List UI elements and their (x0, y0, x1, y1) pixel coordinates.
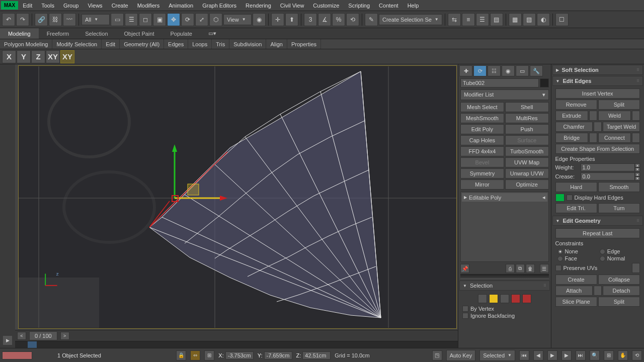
constraint-face-radio[interactable] (557, 256, 563, 261)
ffd-button[interactable]: FFD 4x4x4 (460, 146, 504, 156)
weight-input[interactable] (581, 163, 635, 171)
zoom-all-button[interactable]: ⊞ (604, 350, 614, 360)
time-slider-next-button[interactable]: > (60, 332, 69, 340)
ribbon-tab-modeling[interactable]: Modeling (0, 28, 39, 39)
modify-tab-icon[interactable]: ⟳ (473, 65, 487, 76)
multires-button[interactable]: MultiRes (505, 113, 549, 123)
key-filters-combo[interactable]: Selected▼ (479, 350, 515, 361)
named-selection-combo[interactable]: Create Selection Se▼ (379, 14, 442, 25)
make-unique-button[interactable]: ⧉ (516, 264, 525, 273)
attach-button[interactable]: Attach (555, 286, 593, 296)
connect-settings-button[interactable] (632, 133, 640, 143)
configure-sets-button[interactable]: ☰ (540, 264, 549, 273)
hard-button[interactable]: Hard (555, 182, 597, 192)
split-geom-button[interactable]: Split (598, 297, 640, 307)
link-button[interactable]: 🔗 (35, 13, 48, 26)
create-shape-button[interactable]: Create Shape From Selection (555, 144, 640, 154)
next-frame-button[interactable]: ▶ (561, 350, 572, 360)
zoom-button[interactable]: 🔍 (590, 350, 600, 360)
constrain-xy-button[interactable]: XY (46, 50, 60, 63)
element-level-icon[interactable] (522, 294, 531, 303)
symmetry-button[interactable]: Symmetry (460, 168, 504, 178)
script-listener-area[interactable] (2, 351, 32, 359)
insert-vertex-button[interactable]: Insert Vertex (555, 88, 640, 99)
weld-button[interactable]: Weld (598, 111, 631, 121)
shell-button[interactable]: Shell (505, 102, 549, 112)
motion-tab-icon[interactable]: ◉ (502, 65, 515, 76)
constrain-y-button[interactable]: Y (17, 50, 31, 63)
track-bar[interactable] (15, 341, 458, 348)
ribbon-panel-edges[interactable]: Edges (164, 39, 188, 49)
spinner-down-icon[interactable]: ▼ (635, 167, 640, 171)
menu-rendering[interactable]: Rendering (241, 1, 276, 11)
menu-content[interactable]: Content (374, 1, 403, 11)
absolute-transform-button[interactable]: ⇔ (190, 350, 200, 360)
goto-start-button[interactable]: ⏮ (519, 350, 529, 360)
undo-button[interactable]: ↶ (2, 13, 15, 26)
menu-animation[interactable]: Animation (164, 1, 198, 11)
menu-modifiers[interactable]: Modifiers (133, 1, 165, 11)
split-button[interactable]: Split (598, 100, 640, 110)
optimize-button[interactable]: Optimize (505, 179, 549, 190)
utilities-tab-icon[interactable]: 🔧 (530, 65, 543, 76)
ribbon-collapse-icon[interactable]: ▭▾ (200, 28, 224, 39)
preserve-uvs-checkbox[interactable] (555, 265, 561, 271)
orbit-button[interactable]: ⟲ (632, 350, 642, 360)
menu-edit[interactable]: Edit (18, 1, 37, 11)
menu-graph-editors[interactable]: Graph Editors (198, 1, 241, 11)
keyboard-shortcut-button[interactable]: ⬆ (285, 13, 298, 26)
redo-button[interactable]: ↷ (16, 13, 29, 26)
mirror-button[interactable]: ⇆ (448, 13, 461, 26)
select-scale-button[interactable]: ⤢ (195, 13, 208, 26)
extrude-button[interactable]: Extrude (555, 111, 588, 121)
modifier-stack[interactable]: ▶Editable Poly◂ (460, 192, 549, 262)
edit-tri-button[interactable]: Edit Tri. (555, 203, 597, 213)
menu-civil-view[interactable]: Civil View (276, 1, 308, 11)
meshsmooth-button[interactable]: MeshSmooth (460, 113, 504, 123)
polygon-level-icon[interactable] (511, 294, 520, 303)
material-editor-button[interactable]: ◐ (537, 13, 550, 26)
crease-input[interactable] (581, 172, 635, 180)
prev-frame-button[interactable]: ◀ (533, 350, 543, 360)
ribbon-panel-loops[interactable]: Loops (188, 39, 212, 49)
hierarchy-tab-icon[interactable]: ☷ (488, 65, 501, 76)
object-color-swatch[interactable] (540, 78, 549, 87)
constraint-none-radio[interactable] (557, 249, 563, 254)
ribbon-panel-geometry-all[interactable]: Geometry (All) (120, 39, 164, 49)
turn-button[interactable]: Turn (598, 203, 640, 213)
chamfer-button[interactable]: Chamfer (555, 122, 593, 132)
connect-button[interactable]: Connect (598, 133, 631, 143)
rect-region-button[interactable]: ◻ (139, 13, 152, 26)
curve-editor-button[interactable]: ▦ (509, 13, 522, 26)
render-setup-button[interactable]: ☐ (555, 13, 569, 26)
ribbon-tab-populate[interactable]: Populate (162, 28, 200, 39)
ref-coord-combo[interactable]: View▼ (223, 14, 252, 25)
cap-holes-button[interactable]: Cap Holes (460, 135, 504, 145)
ignore-backfacing-checkbox[interactable] (462, 313, 468, 319)
spinner-down-icon[interactable]: ▼ (635, 176, 640, 180)
spinner-up-icon[interactable]: ▲ (635, 163, 640, 167)
weld-settings-button[interactable] (632, 111, 640, 121)
selection-filter-combo[interactable]: All▼ (82, 14, 110, 25)
collapse-button[interactable]: Collapse (598, 275, 640, 285)
bevel-button[interactable]: Bevel (460, 157, 504, 167)
autokey-button[interactable]: Auto Key (446, 350, 476, 361)
edit-poly-button[interactable]: Edit Poly (460, 124, 504, 134)
remove-modifier-button[interactable]: 🗑 (526, 264, 535, 273)
ribbon-panel-modify-selection[interactable]: Modify Selection (52, 39, 102, 49)
ribbon-panel-subdivision[interactable]: Subdivision (229, 39, 266, 49)
ribbon-tab-freeform[interactable]: Freeform (39, 28, 77, 39)
pan-button[interactable]: ✋ (618, 350, 628, 360)
use-pivot-button[interactable]: ◉ (253, 13, 266, 26)
select-manipulate-button[interactable]: ✛ (271, 13, 284, 26)
edit-named-selection-button[interactable]: ✎ (365, 13, 378, 26)
display-tab-icon[interactable]: ▭ (516, 65, 529, 76)
ribbon-panel-edit[interactable]: Edit (102, 39, 120, 49)
select-move-button[interactable]: ✥ (167, 13, 180, 26)
ribbon-tab-selection[interactable]: Selection (77, 28, 116, 39)
border-level-icon[interactable] (500, 294, 509, 303)
display-hard-edges-checkbox[interactable] (567, 195, 573, 201)
repeat-last-button[interactable]: Repeat Last (555, 228, 640, 238)
unwrap-uvw-button[interactable]: Unwrap UVW (505, 168, 549, 178)
lock-selection-button[interactable]: 🔒 (176, 350, 186, 360)
